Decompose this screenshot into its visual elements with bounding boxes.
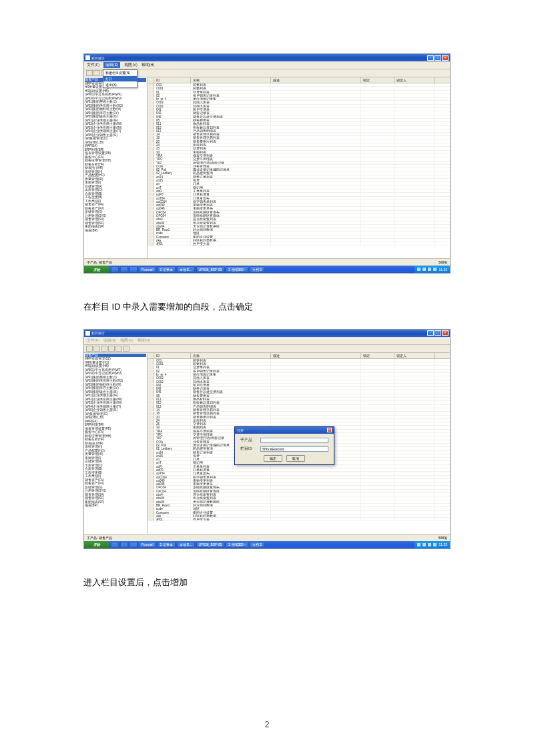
toolbar-button[interactable]: [86, 70, 93, 76]
close-button[interactable]: ×: [442, 330, 449, 336]
menubar: 文件(F) 编辑(E) 视图(V) 帮助(H): [84, 337, 450, 345]
tray-icon[interactable]: [428, 268, 431, 271]
table-row[interactable]: 相01住户变少表: [148, 518, 450, 521]
task-item[interactable]: 本地 E...: [177, 266, 195, 272]
grid-header: ID 名称 描述 锁定 锁定人: [148, 77, 450, 83]
open-dialog: 打开 × 子产品 栏目ID 确定 取消: [234, 426, 334, 465]
minimize-button[interactable]: -: [427, 55, 434, 61]
quicklaunch-item[interactable]: [129, 266, 138, 272]
menu-view[interactable]: 视图(V): [120, 338, 133, 343]
status-left: 子产品: 销售产品: [87, 536, 112, 540]
menu-view[interactable]: 视图(V): [124, 63, 137, 67]
col-name[interactable]: 名称: [191, 77, 271, 83]
grid-header: ID 名称 描述 锁定 锁定人: [148, 353, 450, 359]
menubar: 文件(F) 编辑(E) 视图(V) 帮助(H): [84, 61, 450, 69]
toolbar-button[interactable]: [93, 346, 100, 352]
ok-button[interactable]: 确定: [264, 455, 282, 462]
toolbar-button[interactable]: [101, 346, 107, 352]
menu-item-exit[interactable]: 退出(X): [103, 82, 137, 87]
tray-icon[interactable]: [433, 543, 437, 546]
cancel-button[interactable]: 取消: [286, 455, 305, 462]
grid-panel: ID 名称 描述 锁定 锁定人 C01简要列表C001简要列表01交货单列表02…: [148, 77, 450, 258]
start-button[interactable]: 开始: [84, 266, 109, 273]
tray-icon[interactable]: [417, 543, 421, 546]
task-item[interactable]: 文档 2: [250, 266, 264, 272]
menu-help[interactable]: 帮助(H): [138, 338, 151, 343]
toolbar: [84, 69, 450, 77]
dialog-title: 打开: [237, 428, 244, 432]
tree-item[interactable]: 报表(BR): [85, 229, 146, 233]
statusbar: 子产品: 销售产品 508项: [84, 258, 450, 266]
toolbar-button[interactable]: [93, 70, 100, 76]
clock: 11:53: [439, 542, 447, 546]
col-lockby[interactable]: 锁定人: [394, 77, 435, 83]
window-title: 栏目设计: [91, 331, 105, 335]
menu-help[interactable]: 帮助(H): [142, 63, 155, 67]
quicklaunch-item[interactable]: [111, 266, 119, 272]
quicklaunch-item[interactable]: [111, 542, 119, 548]
task-item[interactable]: 2 画笔350 -: [226, 542, 248, 548]
tree-item[interactable]: 报表(BR): [85, 504, 146, 508]
quicklaunch-item[interactable]: [120, 266, 128, 272]
toolbar-button[interactable]: [123, 346, 129, 352]
col-id[interactable]: ID: [154, 77, 191, 83]
caption-1: 在栏目 ID 中录入需要增加的自段，点击确定: [83, 300, 451, 314]
task-item[interactable]: 文档 2: [250, 542, 264, 548]
window-title: 栏目设计: [91, 56, 105, 60]
col-lock[interactable]: 锁定: [361, 353, 394, 358]
toolbar-button[interactable]: [86, 346, 93, 352]
tray-icon[interactable]: [423, 543, 426, 546]
quicklaunch-item[interactable]: [120, 542, 128, 548]
label-subproduct: 子产品: [240, 438, 260, 442]
screenshot-1: 栏目设计 - □ × 文件(F) 编辑(E) 视图(V) 帮助(H) 新建栏目设…: [83, 53, 451, 274]
toolbar-button[interactable]: [108, 346, 115, 352]
document-page: 栏目设计 - □ × 文件(F) 编辑(E) 视图(V) 帮助(H) 新建栏目设…: [0, 0, 534, 631]
maximize-button[interactable]: □: [435, 330, 441, 336]
col-desc[interactable]: 描述: [271, 353, 361, 358]
dialog-close-button[interactable]: ×: [327, 428, 332, 432]
start-button[interactable]: 开始: [84, 541, 109, 548]
task-item[interactable]: Foxmail: [139, 266, 156, 272]
menu-edit[interactable]: 编辑(E): [103, 338, 116, 343]
menu-item-new[interactable]: 新建栏目设置(N): [103, 70, 137, 76]
minimize-button[interactable]: -: [427, 330, 434, 336]
task-item[interactable]: 2 记事本: [158, 266, 176, 272]
tray-icon[interactable]: [428, 543, 431, 546]
close-button[interactable]: ×: [442, 55, 449, 61]
clock: 11:53: [439, 268, 447, 272]
screenshot-2: 栏目设计 - □ × 文件(F) 编辑(E) 视图(V) 帮助(H) 销售产品 …: [83, 329, 451, 549]
grid-rows[interactable]: C01简要列表C001简要列表01交货单列表02按户销售记录列表br_er_4单…: [148, 83, 450, 246]
col-desc[interactable]: 描述: [271, 77, 361, 83]
input-subproduct[interactable]: [260, 438, 328, 443]
task-item[interactable]: 本地 E...: [177, 542, 195, 548]
menu-file[interactable]: 文件(F): [87, 63, 99, 67]
window-titlebar: 栏目设计 - □ ×: [84, 330, 450, 337]
task-item[interactable]: UF036_BSF-05: [196, 542, 225, 548]
input-columnid[interactable]: [260, 446, 328, 452]
tree-panel[interactable]: 销售产品 MRP资源管理(SZ) HR质量设置(HQ) HR基础设置(HB) (…: [84, 77, 148, 258]
menu-item-open[interactable]: 打开: [103, 76, 137, 82]
task-item[interactable]: 2 画笔350 -: [226, 266, 248, 272]
system-tray[interactable]: 11:53: [415, 541, 450, 548]
table-row[interactable]: 相01住户变少表: [148, 242, 450, 246]
system-tray[interactable]: 11:53: [415, 266, 450, 273]
quicklaunch-item[interactable]: [129, 542, 138, 548]
tray-icon[interactable]: [423, 268, 426, 271]
menu-edit[interactable]: 编辑(E): [103, 62, 120, 68]
col-id[interactable]: ID: [154, 353, 191, 358]
task-item[interactable]: Foxmail: [139, 542, 156, 548]
label-columnid: 栏目ID: [240, 446, 260, 451]
tray-icon[interactable]: [433, 268, 437, 271]
maximize-button[interactable]: □: [435, 55, 441, 61]
tray-icon[interactable]: [417, 268, 421, 271]
col-name[interactable]: 名称: [191, 353, 271, 358]
task-item[interactable]: UF036_BSF-05: [196, 266, 225, 272]
toolbar-button[interactable]: [115, 346, 122, 352]
col-lock[interactable]: 锁定: [361, 77, 394, 83]
menu-file[interactable]: 文件(F): [87, 338, 99, 343]
taskbar: 开始 Foxmail 2 记事本 本地 E... UF036_BSF-05 2 …: [84, 266, 450, 273]
tree-panel[interactable]: 销售产品 MRP资源管理(SZ) HR质量设置(HQ) HR基础设置(HB) (…: [84, 353, 148, 534]
toolbar: [84, 345, 450, 353]
task-item[interactable]: 2 记事本: [158, 542, 176, 548]
col-lockby[interactable]: 锁定人: [394, 353, 435, 358]
